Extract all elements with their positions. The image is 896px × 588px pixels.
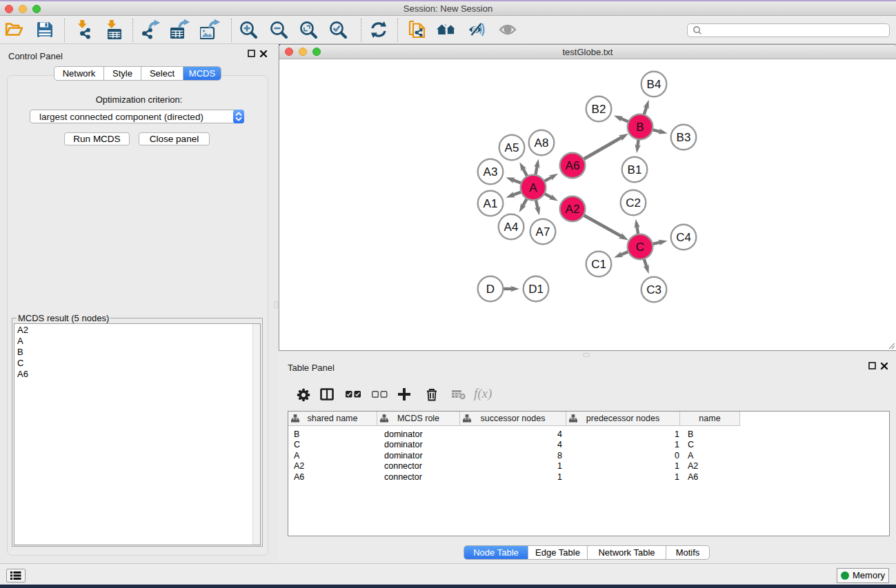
svg-text:A3: A3 — [484, 165, 498, 179]
svg-text:B4: B4 — [647, 78, 661, 91]
svg-text:B3: B3 — [677, 131, 691, 144]
svg-text:D1: D1 — [528, 283, 544, 296]
svg-text:D: D — [486, 283, 495, 296]
svg-text:C4: C4 — [676, 231, 691, 244]
svg-text:B1: B1 — [628, 163, 642, 176]
svg-text:A: A — [529, 181, 537, 194]
svg-text:C1: C1 — [591, 258, 606, 271]
svg-text:A7: A7 — [536, 225, 550, 239]
svg-text:A2: A2 — [566, 203, 580, 216]
svg-text:B2: B2 — [592, 103, 606, 116]
svg-text:B: B — [636, 121, 644, 134]
svg-text:A1: A1 — [484, 197, 498, 210]
svg-text:C2: C2 — [626, 196, 641, 210]
svg-text:A4: A4 — [504, 221, 519, 234]
svg-text:C: C — [636, 241, 644, 254]
svg-text:A8: A8 — [535, 136, 549, 150]
svg-text:C3: C3 — [646, 283, 661, 296]
svg-text:A5: A5 — [505, 141, 519, 154]
svg-text:A6: A6 — [566, 159, 580, 172]
